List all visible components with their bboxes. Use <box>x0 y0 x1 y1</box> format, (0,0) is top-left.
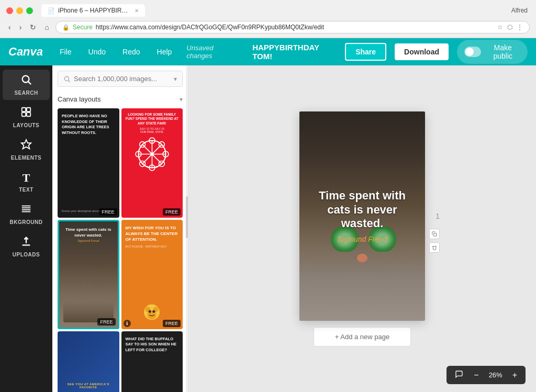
menu-file[interactable]: File <box>55 46 76 58</box>
template-text-2: LOOKING FOR SOME FAMILY FUN? SPEND THE W… <box>125 113 180 126</box>
page-number: 1 <box>436 212 440 220</box>
template-card-dark-quote[interactable]: PEOPLE WHO HAVE NO KNOWLEDGE OF THEIR OR… <box>58 108 119 218</box>
make-public-label: Make public <box>485 43 520 60</box>
template-badge-3: FREE <box>97 318 115 326</box>
unsaved-changes-label: Unsaved changes <box>186 44 236 60</box>
copy-page-button[interactable] <box>429 229 440 239</box>
uploads-icon <box>20 236 32 250</box>
panel-section-header: Canva layouts ▾ <box>52 92 188 106</box>
address-secure-label: Secure <box>73 24 93 31</box>
svg-rect-35 <box>434 233 437 236</box>
menu-redo[interactable]: Redo <box>118 46 144 58</box>
layouts-icon <box>20 106 32 120</box>
menu-help[interactable]: Help <box>153 46 176 58</box>
template-text-5: SEE YOU AT AMERICA'S FAVORITE <box>62 383 115 389</box>
template-card-orange-wish[interactable]: MY WISH FOR YOU IS TO ALWAYS BE THE CENT… <box>121 220 183 329</box>
sidebar-label-search: SEARCH <box>14 90 38 96</box>
canvas-author-text: Sigmund Freud <box>310 235 415 243</box>
sidebar-label-uploads: UPLOADS <box>13 252 40 257</box>
svg-rect-2 <box>22 108 26 111</box>
comment-button[interactable] <box>452 369 466 381</box>
menu-undo[interactable]: Undo <box>84 46 110 58</box>
sidebar-label-text: TEXT <box>19 187 34 193</box>
elements-icon <box>20 139 32 153</box>
menu-icon[interactable]: ⋮ <box>517 24 523 31</box>
window-maximize-dot[interactable] <box>26 7 33 14</box>
bookmark-icon[interactable]: ☆ <box>497 24 503 31</box>
window-close-dot[interactable] <box>6 7 13 14</box>
template-badge-4: FREE <box>163 320 181 327</box>
panel-scroll-thumb[interactable] <box>186 196 188 238</box>
canvas-page[interactable]: Time spent with cats is never wasted. Si… <box>299 111 425 321</box>
search-input[interactable] <box>74 75 171 83</box>
template-subtext-4: BUT PLEASE - BIRTHDAY BOY <box>126 245 179 248</box>
template-badge-2: FREE <box>163 208 181 216</box>
template-card-america[interactable]: SEE YOU AT AMERICA'S FAVORITE <box>58 331 119 392</box>
sidebar-item-uploads[interactable]: UPLOADS <box>3 231 50 262</box>
template-text-4: MY WISH FOR YOU IS TO ALWAYS BE THE CENT… <box>126 225 179 243</box>
window-minimize-dot[interactable] <box>16 7 23 14</box>
section-dropdown-icon[interactable]: ▾ <box>180 96 183 103</box>
panel-search-area: ▾ <box>52 65 188 92</box>
browser-tab-close[interactable]: ✕ <box>135 8 139 14</box>
canvas-text-overlay: Time spent with cats is never wasted. Si… <box>299 178 425 253</box>
browser-tab-title: iPhone 6 – HAPPYBIRTHDAY … <box>58 7 131 14</box>
ferris-wheel-icon <box>135 137 169 171</box>
bottom-toolbar: − 26% + <box>446 366 526 384</box>
template-card-buffalo[interactable]: WHAT DID THE BUFFALO SAY TO HIS SON WHEN… <box>121 331 183 392</box>
zoom-in-button[interactable]: + <box>509 369 520 381</box>
page-tools <box>429 229 440 253</box>
delete-page-button[interactable] <box>429 242 440 253</box>
share-button[interactable]: Share <box>345 43 386 61</box>
nav-home-button[interactable]: ⌂ <box>42 22 51 32</box>
template-text-6: WHAT DID THE BUFFALO SAY TO HIS SON WHEN… <box>126 337 179 353</box>
address-url: https://www.canva.com/design/DACfrQGoGQE… <box>96 24 324 31</box>
address-bar[interactable]: 🔒 Secure https://www.canva.com/design/DA… <box>55 21 530 33</box>
search-dropdown-arrow[interactable]: ▾ <box>174 75 177 83</box>
sidebar-item-text[interactable]: T TEXT <box>3 167 50 197</box>
svg-point-13 <box>64 76 69 81</box>
zoom-level: 26% <box>486 371 505 379</box>
template-author-3: Sigmund Freud <box>77 239 99 242</box>
add-page-button[interactable]: + Add a new page <box>314 327 411 346</box>
sidebar-item-elements[interactable]: ELEMENTS <box>3 135 50 165</box>
nav-refresh-button[interactable]: ↻ <box>28 22 38 32</box>
zoom-out-button[interactable]: − <box>471 369 482 381</box>
sidebar-label-elements: ELEMENTS <box>11 155 41 161</box>
sidebar-item-layouts[interactable]: LAYOUTS <box>3 102 50 132</box>
svg-point-33 <box>149 310 151 313</box>
download-button[interactable]: Download <box>395 43 449 60</box>
address-bar-actions: ☆ ⬡ ⋮ <box>497 24 523 31</box>
template-badge-1: FREE <box>99 208 117 216</box>
svg-rect-5 <box>27 113 30 116</box>
template-text-1: PEOPLE WHO HAVE NO KNOWLEDGE OF THEIR OR… <box>62 114 115 136</box>
sidebar-item-search[interactable]: SEARCH <box>3 70 50 100</box>
search-box-icon <box>63 75 71 83</box>
search-box[interactable]: ▾ <box>58 71 183 87</box>
nav-forward-button[interactable]: › <box>17 22 24 32</box>
svg-line-14 <box>69 80 70 82</box>
layers-icon[interactable]: ⬡ <box>507 24 512 31</box>
canvas-area: Time spent with cats is never wasted. Si… <box>188 65 536 392</box>
svg-point-0 <box>23 76 29 83</box>
toggle-dot <box>465 48 474 56</box>
svg-rect-4 <box>22 113 26 116</box>
sidebar-label-layouts: LAYOUTS <box>13 122 39 128</box>
template-card-cat-quote[interactable]: Time spent with cats is never wasted. Si… <box>58 220 119 329</box>
canva-logo[interactable]: Canva <box>8 45 43 59</box>
canvas-cat-nose <box>357 254 367 262</box>
sidebar-label-bkground: BKGROUND <box>10 219 43 225</box>
sidebar: SEARCH LAYOUTS ELEMENTS T TEXT <box>0 65 52 392</box>
template-dates-2: JULY 11 TO JULY 15FAIR PARK, STATE <box>140 127 164 133</box>
text-icon: T <box>23 171 30 185</box>
info-badge-4: ℹ <box>124 320 131 327</box>
browser-tab[interactable]: 📄 iPhone 6 – HAPPYBIRTHDAY … ✕ <box>41 4 145 17</box>
svg-point-34 <box>153 310 155 313</box>
make-public-button[interactable]: Make public <box>457 40 528 64</box>
document-title: HAPPYBIRTHDAY TOM! <box>252 43 332 61</box>
template-panel: ▾ Canva layouts ▾ PEOPLE WHO HAVE NO KNO… <box>52 65 188 392</box>
sidebar-item-bkground[interactable]: BKGROUND <box>3 199 50 229</box>
search-icon <box>20 74 32 88</box>
template-card-red-fair[interactable]: LOOKING FOR SOME FAMILY FUN? SPEND THE W… <box>121 108 183 218</box>
nav-back-button[interactable]: ‹ <box>6 22 13 32</box>
